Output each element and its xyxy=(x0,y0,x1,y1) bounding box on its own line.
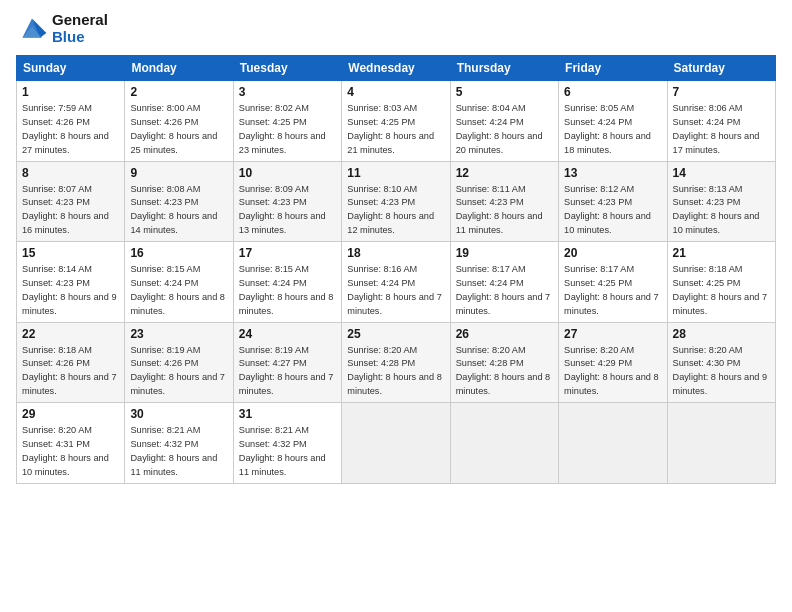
day-number: 3 xyxy=(239,85,336,99)
table-cell: 28 Sunrise: 8:20 AMSunset: 4:30 PMDaylig… xyxy=(667,322,775,403)
table-cell: 8 Sunrise: 8:07 AMSunset: 4:23 PMDayligh… xyxy=(17,161,125,242)
day-info: Sunrise: 8:20 AMSunset: 4:30 PMDaylight:… xyxy=(673,345,768,397)
day-number: 31 xyxy=(239,407,336,421)
day-info: Sunrise: 8:14 AMSunset: 4:23 PMDaylight:… xyxy=(22,264,117,316)
day-number: 26 xyxy=(456,327,553,341)
day-info: Sunrise: 8:16 AMSunset: 4:24 PMDaylight:… xyxy=(347,264,442,316)
day-info: Sunrise: 8:17 AMSunset: 4:25 PMDaylight:… xyxy=(564,264,659,316)
day-info: Sunrise: 8:13 AMSunset: 4:23 PMDaylight:… xyxy=(673,184,760,236)
day-number: 8 xyxy=(22,166,119,180)
table-cell: 15 Sunrise: 8:14 AMSunset: 4:23 PMDaylig… xyxy=(17,242,125,323)
col-saturday: Saturday xyxy=(667,56,775,81)
logo: General Blue xyxy=(16,12,108,45)
table-cell: 30 Sunrise: 8:21 AMSunset: 4:32 PMDaylig… xyxy=(125,403,233,484)
day-number: 23 xyxy=(130,327,227,341)
page: General Blue Sunday Monday Tuesday Wedne… xyxy=(0,0,792,612)
table-cell xyxy=(559,403,667,484)
table-cell: 11 Sunrise: 8:10 AMSunset: 4:23 PMDaylig… xyxy=(342,161,450,242)
day-number: 21 xyxy=(673,246,770,260)
table-cell: 10 Sunrise: 8:09 AMSunset: 4:23 PMDaylig… xyxy=(233,161,341,242)
day-number: 14 xyxy=(673,166,770,180)
table-cell xyxy=(667,403,775,484)
logo-text: General Blue xyxy=(52,12,108,45)
day-info: Sunrise: 8:09 AMSunset: 4:23 PMDaylight:… xyxy=(239,184,326,236)
table-cell: 19 Sunrise: 8:17 AMSunset: 4:24 PMDaylig… xyxy=(450,242,558,323)
col-wednesday: Wednesday xyxy=(342,56,450,81)
day-number: 1 xyxy=(22,85,119,99)
calendar-header-row: Sunday Monday Tuesday Wednesday Thursday… xyxy=(17,56,776,81)
table-cell: 2 Sunrise: 8:00 AMSunset: 4:26 PMDayligh… xyxy=(125,81,233,162)
col-sunday: Sunday xyxy=(17,56,125,81)
day-info: Sunrise: 8:12 AMSunset: 4:23 PMDaylight:… xyxy=(564,184,651,236)
table-cell: 14 Sunrise: 8:13 AMSunset: 4:23 PMDaylig… xyxy=(667,161,775,242)
table-cell xyxy=(450,403,558,484)
header: General Blue xyxy=(16,12,776,45)
day-info: Sunrise: 8:18 AMSunset: 4:26 PMDaylight:… xyxy=(22,345,117,397)
day-number: 18 xyxy=(347,246,444,260)
table-cell: 12 Sunrise: 8:11 AMSunset: 4:23 PMDaylig… xyxy=(450,161,558,242)
table-cell: 16 Sunrise: 8:15 AMSunset: 4:24 PMDaylig… xyxy=(125,242,233,323)
day-number: 27 xyxy=(564,327,661,341)
logo-line1: General xyxy=(52,12,108,29)
day-number: 22 xyxy=(22,327,119,341)
table-cell: 4 Sunrise: 8:03 AMSunset: 4:25 PMDayligh… xyxy=(342,81,450,162)
day-number: 24 xyxy=(239,327,336,341)
table-cell: 9 Sunrise: 8:08 AMSunset: 4:23 PMDayligh… xyxy=(125,161,233,242)
day-info: Sunrise: 8:20 AMSunset: 4:31 PMDaylight:… xyxy=(22,425,109,477)
day-info: Sunrise: 7:59 AMSunset: 4:26 PMDaylight:… xyxy=(22,103,109,155)
day-number: 17 xyxy=(239,246,336,260)
day-number: 4 xyxy=(347,85,444,99)
day-info: Sunrise: 8:19 AMSunset: 4:26 PMDaylight:… xyxy=(130,345,225,397)
table-cell: 31 Sunrise: 8:21 AMSunset: 4:32 PMDaylig… xyxy=(233,403,341,484)
col-thursday: Thursday xyxy=(450,56,558,81)
day-info: Sunrise: 8:04 AMSunset: 4:24 PMDaylight:… xyxy=(456,103,543,155)
day-info: Sunrise: 8:21 AMSunset: 4:32 PMDaylight:… xyxy=(130,425,217,477)
day-number: 28 xyxy=(673,327,770,341)
day-number: 10 xyxy=(239,166,336,180)
day-number: 29 xyxy=(22,407,119,421)
table-cell: 27 Sunrise: 8:20 AMSunset: 4:29 PMDaylig… xyxy=(559,322,667,403)
table-cell: 22 Sunrise: 8:18 AMSunset: 4:26 PMDaylig… xyxy=(17,322,125,403)
day-info: Sunrise: 8:05 AMSunset: 4:24 PMDaylight:… xyxy=(564,103,651,155)
day-number: 11 xyxy=(347,166,444,180)
table-cell: 25 Sunrise: 8:20 AMSunset: 4:28 PMDaylig… xyxy=(342,322,450,403)
day-number: 30 xyxy=(130,407,227,421)
day-info: Sunrise: 8:17 AMSunset: 4:24 PMDaylight:… xyxy=(456,264,551,316)
table-cell: 20 Sunrise: 8:17 AMSunset: 4:25 PMDaylig… xyxy=(559,242,667,323)
calendar: Sunday Monday Tuesday Wednesday Thursday… xyxy=(16,55,776,484)
table-cell: 7 Sunrise: 8:06 AMSunset: 4:24 PMDayligh… xyxy=(667,81,775,162)
logo-icon xyxy=(16,15,48,43)
day-info: Sunrise: 8:08 AMSunset: 4:23 PMDaylight:… xyxy=(130,184,217,236)
table-cell: 13 Sunrise: 8:12 AMSunset: 4:23 PMDaylig… xyxy=(559,161,667,242)
table-cell: 18 Sunrise: 8:16 AMSunset: 4:24 PMDaylig… xyxy=(342,242,450,323)
table-cell: 6 Sunrise: 8:05 AMSunset: 4:24 PMDayligh… xyxy=(559,81,667,162)
day-number: 19 xyxy=(456,246,553,260)
table-cell xyxy=(342,403,450,484)
table-cell: 21 Sunrise: 8:18 AMSunset: 4:25 PMDaylig… xyxy=(667,242,775,323)
day-info: Sunrise: 8:15 AMSunset: 4:24 PMDaylight:… xyxy=(130,264,225,316)
day-info: Sunrise: 8:03 AMSunset: 4:25 PMDaylight:… xyxy=(347,103,434,155)
table-cell: 3 Sunrise: 8:02 AMSunset: 4:25 PMDayligh… xyxy=(233,81,341,162)
day-number: 9 xyxy=(130,166,227,180)
col-monday: Monday xyxy=(125,56,233,81)
day-number: 6 xyxy=(564,85,661,99)
day-info: Sunrise: 8:18 AMSunset: 4:25 PMDaylight:… xyxy=(673,264,768,316)
day-info: Sunrise: 8:20 AMSunset: 4:28 PMDaylight:… xyxy=(347,345,442,397)
day-info: Sunrise: 8:20 AMSunset: 4:28 PMDaylight:… xyxy=(456,345,551,397)
logo-line2: Blue xyxy=(52,29,108,46)
col-friday: Friday xyxy=(559,56,667,81)
day-number: 15 xyxy=(22,246,119,260)
day-number: 2 xyxy=(130,85,227,99)
table-cell: 5 Sunrise: 8:04 AMSunset: 4:24 PMDayligh… xyxy=(450,81,558,162)
table-cell: 1 Sunrise: 7:59 AMSunset: 4:26 PMDayligh… xyxy=(17,81,125,162)
day-info: Sunrise: 8:15 AMSunset: 4:24 PMDaylight:… xyxy=(239,264,334,316)
day-info: Sunrise: 8:02 AMSunset: 4:25 PMDaylight:… xyxy=(239,103,326,155)
day-number: 13 xyxy=(564,166,661,180)
day-info: Sunrise: 8:07 AMSunset: 4:23 PMDaylight:… xyxy=(22,184,109,236)
table-cell: 26 Sunrise: 8:20 AMSunset: 4:28 PMDaylig… xyxy=(450,322,558,403)
day-info: Sunrise: 8:20 AMSunset: 4:29 PMDaylight:… xyxy=(564,345,659,397)
col-tuesday: Tuesday xyxy=(233,56,341,81)
table-cell: 29 Sunrise: 8:20 AMSunset: 4:31 PMDaylig… xyxy=(17,403,125,484)
day-info: Sunrise: 8:11 AMSunset: 4:23 PMDaylight:… xyxy=(456,184,543,236)
day-number: 12 xyxy=(456,166,553,180)
